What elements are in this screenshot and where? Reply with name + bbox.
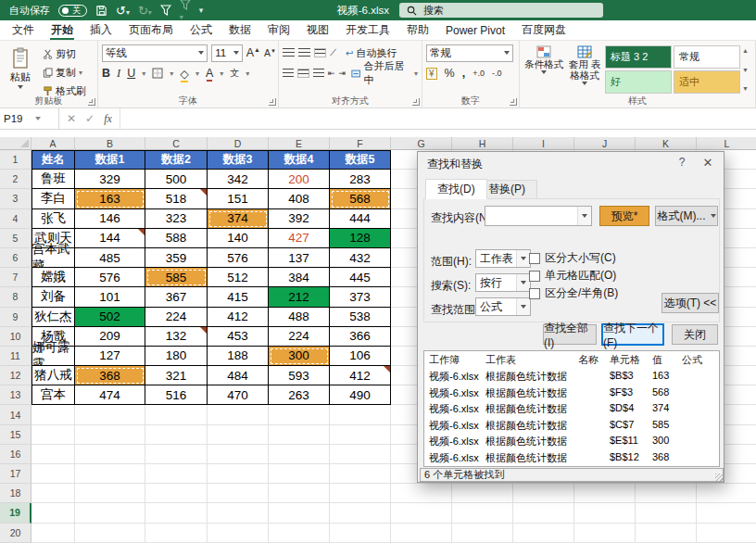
cell-I19[interactable] [513,503,574,523]
cell-C7[interactable]: 585 [145,268,208,287]
scope-select[interactable]: 工作表 [475,249,531,268]
cell-L20[interactable] [697,524,756,543]
row-header-3[interactable]: 3 [0,189,32,208]
undo-icon[interactable]: ↺▾ [116,4,130,18]
cell-F1[interactable]: 数据5 [330,150,391,170]
cell-F10[interactable]: 366 [330,327,391,347]
results-row[interactable]: 视频-6.xlsx根据颜色统计数据$D$4374 [424,400,719,417]
cell-H19[interactable] [452,503,513,523]
ribbon-tab-开始[interactable]: 开始 [43,20,82,40]
results-row[interactable]: 视频-6.xlsx根据颜色统计数据$F$3568 [424,385,719,401]
ribbon-tab-公式[interactable]: 公式 [182,20,220,40]
cell-A4[interactable]: 张飞 [32,209,75,229]
cell-E5[interactable]: 427 [269,229,330,248]
row-header-5[interactable]: 5 [0,229,32,248]
results-row[interactable]: 视频-6.xlsx根据颜色统计数据$C$7585 [424,417,719,434]
search-order-select[interactable]: 按行 [475,273,531,292]
column-header-D[interactable]: D [208,137,269,150]
cell-C17[interactable] [145,464,208,484]
cell-A18[interactable] [32,484,75,503]
cell-B14[interactable] [75,405,145,424]
cell-J19[interactable] [574,503,636,523]
cell-F7[interactable]: 445 [330,268,391,287]
cancel-icon[interactable]: ✕ [67,112,76,125]
cell-C1[interactable]: 数据2 [145,150,208,170]
cell-F3[interactable]: 568 [330,189,391,208]
row-header-4[interactable]: 4 [0,209,32,229]
cell-H18[interactable] [452,484,513,503]
style-gallery-item[interactable]: 好 [605,70,672,94]
preview-format-button[interactable]: 预览* [599,206,649,226]
orientation-icon[interactable]: ⟋ [330,47,336,58]
cell-E9[interactable]: 488 [269,308,330,327]
checkbox-单元格匹配(O)[interactable]: 单元格匹配(O) [529,268,616,284]
cell-C14[interactable] [145,405,208,424]
cell-A12[interactable]: 猪八戒 [32,366,75,385]
ribbon-tab-插入[interactable]: 插入 [82,20,120,40]
dialog-close-icon[interactable]: ✕ [699,156,716,170]
row-header-18[interactable]: 18 [0,484,32,503]
cell-B11[interactable]: 127 [75,347,145,366]
cell-F9[interactable]: 538 [330,308,391,327]
cell-F18[interactable] [330,484,391,503]
increase-decimal-icon[interactable]: +.0 [472,69,485,78]
cell-B10[interactable]: 209 [75,327,145,347]
column-header-B[interactable]: B [75,137,145,150]
italic-button[interactable]: I [117,67,120,81]
cell-F20[interactable] [330,524,391,543]
cell-D3[interactable]: 151 [208,189,269,208]
cell-C20[interactable] [145,524,208,543]
fill-color-icon[interactable]: ◇ [180,67,189,81]
cell-J20[interactable] [574,524,636,543]
underline-button[interactable]: U [127,67,135,80]
redo-icon[interactable]: ↻▾ [138,4,152,18]
decrease-indent-icon[interactable]: ⇤ [328,69,335,78]
options-button[interactable]: 选项(T) << [662,293,719,313]
cell-D6[interactable]: 576 [208,248,269,268]
merge-center-button[interactable]: 合并后居中▾ [349,58,420,88]
row-header-17[interactable]: 17 [0,464,32,484]
align-bottom-icon[interactable] [314,48,326,57]
tab-find[interactable]: 查找(D) [425,179,487,199]
cell-E8[interactable]: 212 [269,287,330,307]
ribbon-tab-文件[interactable]: 文件 [4,20,43,40]
cell-D12[interactable]: 484 [208,366,269,385]
insert-function-icon[interactable]: fx [104,112,112,126]
close-button[interactable]: 关闭 [672,324,718,345]
cell-A16[interactable] [32,445,75,464]
cell-I20[interactable] [513,524,574,543]
column-header-L[interactable]: L [697,137,756,150]
row-header-20[interactable]: 20 [0,524,32,543]
align-top-icon[interactable] [283,48,295,57]
cell-F12[interactable]: 412 [330,366,391,385]
column-header-I[interactable]: I [513,137,574,150]
cell-K18[interactable] [636,484,697,503]
cell-C19[interactable] [145,503,208,523]
enter-icon[interactable]: ✓ [85,112,94,125]
row-header-12[interactable]: 12 [0,366,32,385]
row-header-9[interactable]: 9 [0,308,32,327]
cell-A11[interactable]: 娜可露露 [32,347,75,366]
cell-B20[interactable] [75,524,145,543]
phonetic-icon[interactable]: 文 [230,67,239,80]
align-left-icon[interactable] [283,69,294,78]
cell-D18[interactable] [208,484,269,503]
cell-A8[interactable]: 刘备 [32,287,75,307]
comma-icon[interactable]: , [462,67,465,80]
cell-A20[interactable] [32,524,75,543]
cell-C18[interactable] [145,484,208,503]
row-header-11[interactable]: 11 [0,347,32,366]
row-header-2[interactable]: 2 [0,170,32,189]
currency-icon[interactable]: ¥ [426,68,437,80]
cell-B9[interactable]: 502 [75,308,145,327]
cell-E10[interactable]: 224 [269,327,330,347]
save-icon[interactable] [95,5,107,17]
font-dialog-launcher[interactable] [269,98,276,106]
cell-E3[interactable]: 408 [269,189,330,208]
cell-D5[interactable]: 140 [208,229,269,248]
checkbox-区分全/半角(B)[interactable]: 区分全/半角(B) [529,285,618,301]
ribbon-tab-帮助[interactable]: 帮助 [398,20,437,40]
autosave-toggle[interactable]: 关 [58,5,87,17]
results-row[interactable]: 视频-6.xlsx根据颜色统计数据$B$3163 [424,368,719,385]
cell-B18[interactable] [75,484,145,503]
